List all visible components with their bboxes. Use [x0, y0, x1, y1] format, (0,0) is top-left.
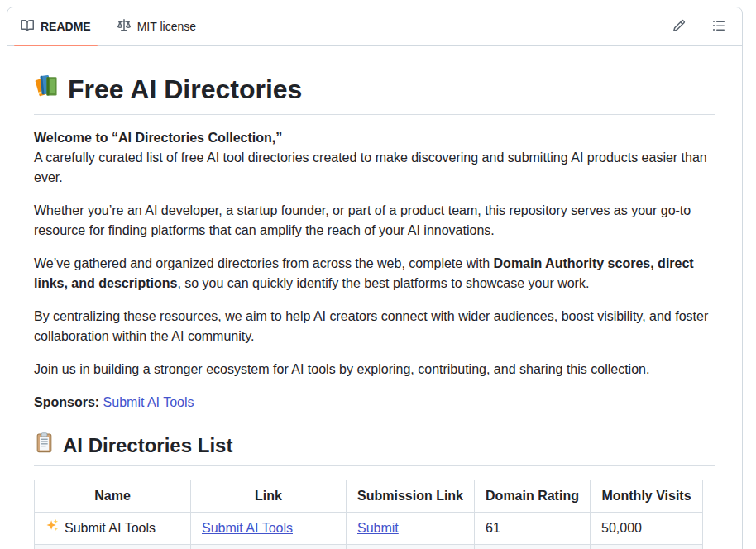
col-header-link: Link — [191, 480, 347, 513]
sparkles-emoji — [45, 518, 60, 538]
intro-paragraph: Welcome to “AI Directories Collection,” … — [34, 128, 715, 188]
row-name-text: Submit AI Tools — [65, 518, 156, 538]
col-header-monthly-visits: Monthly Visits — [591, 480, 703, 513]
domain-rating-value: 61 — [475, 513, 591, 545]
directories-table: Name Link Submission Link Domain Rating … — [34, 480, 703, 549]
page-title: Free AI Directories — [34, 73, 715, 115]
paragraph-whether: Whether you’re an AI developer, a startu… — [34, 201, 715, 241]
sponsors-line: Sponsors: Submit AI Tools — [34, 393, 715, 413]
clipboard-emoji — [34, 432, 55, 459]
sponsors-link[interactable]: Submit AI Tools — [103, 395, 194, 409]
section-title-text: AI Directories List — [63, 433, 232, 458]
pencil-icon — [672, 19, 686, 35]
readme-body: Free AI Directories Welcome to “AI Direc… — [7, 46, 742, 549]
intro-rest: A carefully curated list of free AI tool… — [34, 150, 707, 184]
table-row: Altern AI Altern AI Submit 28 180000 — [35, 545, 703, 549]
paragraph-gathered: We’ve gathered and organized directories… — [34, 254, 715, 294]
domain-rating-value: 28 — [475, 545, 591, 549]
gathered-suffix: , so you can quickly identify the best p… — [177, 276, 589, 290]
page-title-text: Free AI Directories — [68, 73, 302, 106]
edit-readme-button[interactable] — [669, 16, 689, 38]
directory-link[interactable]: Submit AI Tools — [202, 521, 293, 535]
col-header-submission-link: Submission Link — [347, 480, 475, 513]
file-tab-bar: README MIT license — [7, 7, 742, 46]
paragraph-join: Join us in building a stronger ecosystem… — [34, 360, 715, 380]
readme-card: README MIT license — [7, 7, 743, 549]
outline-button[interactable] — [709, 16, 729, 38]
monthly-visits-value: 50,000 — [591, 513, 703, 545]
table-row: Submit AI Tools Submit AI Tools Submit 6… — [35, 513, 703, 545]
row-name: Altern AI — [35, 545, 191, 549]
book-icon — [21, 19, 34, 35]
header-actions — [669, 16, 729, 38]
sponsors-label: Sponsors: — [34, 395, 99, 409]
list-unordered-icon — [712, 19, 725, 35]
tab-readme[interactable]: README — [14, 7, 98, 45]
intro-bold: Welcome to “AI Directories Collection,” — [34, 131, 282, 145]
tab-readme-label: README — [41, 20, 91, 33]
row-name: Submit AI Tools — [45, 518, 179, 538]
gathered-prefix: We’ve gathered and organized directories… — [34, 256, 494, 270]
col-header-name: Name — [35, 480, 191, 513]
monthly-visits-value: 180000 — [591, 545, 703, 549]
submission-link[interactable]: Submit — [357, 521, 399, 535]
tab-mit-license[interactable]: MIT license — [111, 7, 203, 45]
tab-mit-license-label: MIT license — [137, 20, 196, 33]
section-title: AI Directories List — [34, 432, 715, 466]
books-emoji — [34, 73, 60, 106]
paragraph-centralizing: By centralizing these resources, we aim … — [34, 307, 715, 346]
law-icon — [117, 19, 131, 35]
col-header-domain-rating: Domain Rating — [475, 480, 591, 513]
table-header-row: Name Link Submission Link Domain Rating … — [35, 480, 703, 513]
